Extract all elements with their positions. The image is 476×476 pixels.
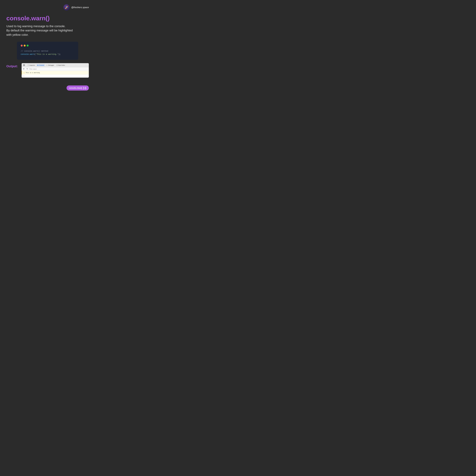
filter-btn[interactable] <box>26 68 28 70</box>
console-prompt-row[interactable]: >> <box>22 75 89 78</box>
svg-rect-1 <box>24 64 25 65</box>
clear-console-btn[interactable] <box>22 68 25 70</box>
dot-green <box>27 45 29 47</box>
tab-style-editor[interactable]: {} Style Editor <box>56 64 66 67</box>
chevron-double-icon: ❯❯ <box>83 87 86 89</box>
page-title: console.warn() <box>6 15 89 22</box>
code-block: // console.warn() method console.warn('T… <box>21 50 74 56</box>
output-label: Output: <box>6 64 18 68</box>
dot-red <box>21 45 23 47</box>
svg-rect-6 <box>23 69 24 69</box>
header: 🚀 @freshers.space <box>6 4 89 11</box>
tab-style-editor-label: Style Editor <box>58 64 65 66</box>
output-section: Output: ☐ Inspector ▶ <box>6 63 89 78</box>
username-label: @freshers.space <box>71 6 89 9</box>
svg-rect-2 <box>23 65 24 66</box>
warning-icon: ⚠ <box>23 72 25 74</box>
tab-debugger[interactable]: ▷ Debugger <box>46 64 55 67</box>
dot-yellow <box>24 45 26 47</box>
code-method: warn <box>30 53 34 55</box>
svg-rect-0 <box>23 64 24 65</box>
footer-button-label: console.clear() <box>69 87 82 89</box>
code-string: 'This is a warning.' <box>35 53 58 55</box>
debugger-icon: ▷ <box>47 64 48 66</box>
console-clear-button[interactable]: console.clear() ❯❯ <box>67 85 89 90</box>
tab-console[interactable]: ▶ Console <box>36 64 45 67</box>
description-text: Used to log warning message to the conso… <box>6 24 89 37</box>
avatar: 🚀 <box>63 4 70 11</box>
style-editor-icon: {} <box>57 64 58 66</box>
tab-inspector-label: Inspector <box>29 64 35 66</box>
code-keyword: console <box>21 53 29 55</box>
svg-rect-4 <box>23 68 24 69</box>
devtools-tabs: ☐ Inspector ▶ Console ▷ Debugger {} Styl… <box>22 63 89 67</box>
devtools-toolbar: Filter output <box>22 67 89 71</box>
inspector-icon: ☐ <box>28 64 29 66</box>
devtools-panel: ☐ Inspector ▶ Console ▷ Debugger {} Styl… <box>22 63 89 78</box>
traffic-lights <box>21 45 74 47</box>
console-warning-row: ⚠ This is a warning. <box>22 71 89 75</box>
tab-debugger-label: Debugger <box>48 64 54 66</box>
svg-rect-3 <box>24 65 25 66</box>
code-line: console.warn('This is a warning.'); <box>21 53 74 56</box>
console-prompt-icon: >> <box>23 75 25 77</box>
tab-console-label: Console <box>39 64 44 66</box>
tab-inspector[interactable]: ☐ Inspector <box>27 64 36 67</box>
page: 🚀 @freshers.space console.warn() Used to… <box>0 0 95 95</box>
filter-output-text[interactable]: Filter output <box>29 68 88 70</box>
console-body: ⚠ This is a warning. >> <box>22 71 89 78</box>
code-comment: // console.warn() method <box>21 50 74 53</box>
warning-message: This is a warning. <box>26 72 40 73</box>
code-editor: // console.warn() method console.warn('T… <box>17 42 78 60</box>
devtools-pointer-icon[interactable] <box>22 64 25 67</box>
svg-rect-5 <box>23 69 24 69</box>
console-icon: ▶ <box>37 64 38 66</box>
